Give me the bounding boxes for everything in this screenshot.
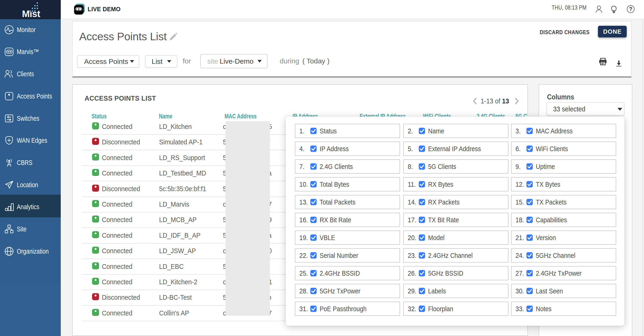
- svg-text:?: ?: [629, 6, 632, 12]
- svg-text:Mıst: Mıst: [22, 9, 40, 19]
